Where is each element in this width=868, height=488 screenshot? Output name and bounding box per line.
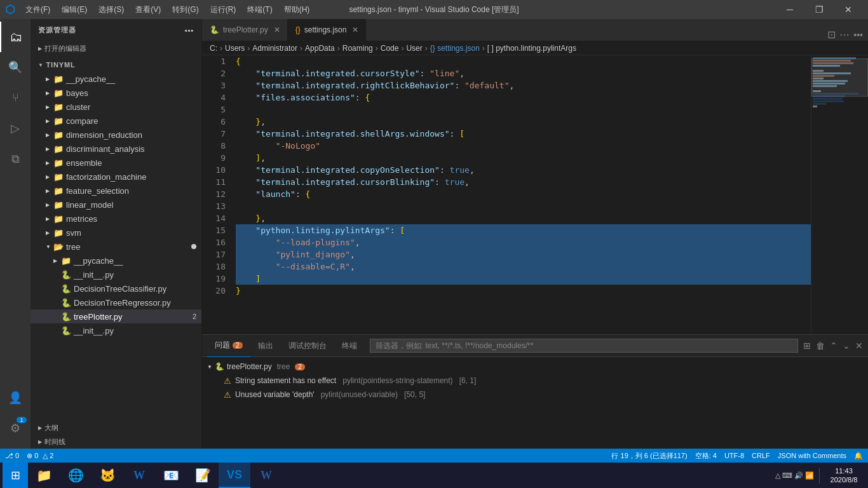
menu-help[interactable]: 帮助(H): [279, 3, 315, 17]
sidebar: 资源管理器 ••• 打开的编辑器 ▼ TINYML ▶ 📁 __pycache_…: [31, 19, 202, 449]
tab-close-button[interactable]: ✕: [350, 25, 360, 35]
taskbar-outlook[interactable]: 📧: [155, 463, 187, 488]
taskbar-browser[interactable]: 🌐: [60, 463, 92, 488]
tab-bar: 🐍 treePlotter.py ✕ {} settings.json ✕ ⊡ …: [202, 19, 868, 41]
window-title: settings.json - tinyml - Visual Studio C…: [349, 4, 519, 15]
problem-row-2[interactable]: ⚠ Unused variable 'depth' pylint(unused-…: [202, 388, 868, 402]
activity-extensions[interactable]: ⧉: [0, 144, 31, 174]
activity-account[interactable]: 👤: [0, 383, 31, 413]
collapse-icon[interactable]: ⌃: [830, 341, 837, 351]
close-button[interactable]: ✕: [834, 0, 863, 19]
folder-icon: 📁: [53, 102, 64, 112]
restore-button[interactable]: ❐: [804, 0, 834, 19]
language-mode-status[interactable]: JSON with Comments: [778, 452, 846, 459]
folder-factorization-machine[interactable]: ▶ 📁 factorization_machine: [31, 170, 201, 184]
menu-run[interactable]: 运行(R): [205, 3, 241, 17]
menu-view[interactable]: 查看(V): [130, 3, 166, 17]
indent-status[interactable]: 空格: 4: [695, 451, 717, 461]
more-icon[interactable]: •••: [185, 27, 194, 34]
menu-terminal[interactable]: 终端(T): [242, 3, 277, 17]
panel-filter[interactable]: 筛选器，例如: text, **/*.ts, !**/node_modules/…: [370, 339, 798, 353]
folder-tree[interactable]: ▼ 📂 tree: [31, 240, 201, 254]
taskbar-app5[interactable]: 📝: [187, 463, 219, 488]
file-init-2[interactable]: 🐍 __init__.py: [31, 323, 201, 337]
taskbar-word[interactable]: W: [250, 463, 282, 488]
code-line-7: "terminal.integrated.shellArgs.windows":…: [236, 128, 811, 140]
tab-tree-plotter[interactable]: 🐍 treePlotter.py ✕: [202, 19, 288, 41]
problem-lint-2: pylint(unused-variable): [321, 390, 398, 399]
code-line-19: ]: [236, 273, 811, 285]
split-editor-icon[interactable]: ⊡: [827, 29, 836, 41]
folder-ensemble[interactable]: ▶ 📁 ensemble: [31, 156, 201, 170]
taskbar-vscode[interactable]: VS: [219, 463, 250, 488]
code-content[interactable]: { "terminal.integrated.cursorStyle": "li…: [231, 55, 811, 334]
cursor-position[interactable]: 行 19，列 6 (已选择117): [611, 451, 687, 461]
folder-cluster[interactable]: ▶ 📁 cluster: [31, 100, 201, 114]
more-tabs-icon[interactable]: ⋯: [839, 29, 850, 41]
menu-file[interactable]: 文件(F): [20, 3, 55, 17]
problem-row-1[interactable]: ⚠ String statement has no effect pylint(…: [202, 374, 868, 388]
modified-dot: [191, 244, 196, 249]
panel-tab-terminal[interactable]: 终端: [334, 335, 365, 357]
sidebar-bottom: ▶ 大纲 ▶ 时间线: [31, 421, 201, 449]
expand-icon[interactable]: ⌄: [843, 341, 850, 351]
taskbar-app3[interactable]: 🐱: [92, 463, 123, 488]
panel-tab-output[interactable]: 输出: [250, 335, 281, 357]
files-icon: 🗂: [10, 30, 22, 44]
notifications-bell[interactable]: 🔔: [854, 452, 863, 460]
start-button[interactable]: ⊞: [3, 463, 28, 488]
folder-compare[interactable]: ▶ 📁 compare: [31, 114, 201, 128]
browser-icon: 🌐: [68, 468, 84, 483]
subfolder-pycache[interactable]: ▶ 📁 __pycache__: [31, 254, 201, 268]
folder-svm[interactable]: ▶ 📁 svm: [31, 226, 201, 240]
taskbar-wps[interactable]: W: [123, 463, 155, 488]
close-panel-icon[interactable]: ✕: [855, 341, 863, 351]
activity-run[interactable]: ▷: [0, 113, 31, 144]
activity-explorer[interactable]: 🗂: [0, 22, 31, 52]
folder-icon: 📁: [53, 200, 64, 210]
code-editor: 1 2 3 4 5 6 7 8 9 10 11 12 13 14 15 16 1…: [202, 55, 868, 334]
tab-more-icon[interactable]: •••: [853, 30, 863, 40]
file-init[interactable]: 🐍 __init__.py: [31, 268, 201, 281]
file-decision-tree-regressor[interactable]: 🐍 DecisionTreeRegressor.py: [31, 295, 201, 309]
clear-icon[interactable]: 🗑: [816, 341, 825, 351]
panel-group-tree-plotter[interactable]: ▼ 🐍 treePlotter.py tree 2: [202, 360, 868, 374]
folder-metrices[interactable]: ▶ 📁 metrices: [31, 212, 201, 226]
tab-close-button[interactable]: ✕: [272, 25, 282, 35]
panel-tab-problems[interactable]: 问题 2: [207, 335, 250, 357]
project-section-title[interactable]: ▼ TINYML: [31, 58, 201, 72]
menu-edit[interactable]: 编辑(E): [57, 3, 92, 17]
panel-tab-debug[interactable]: 调试控制台: [281, 335, 334, 357]
taskbar-clock[interactable]: 11:43 2020/8/8: [825, 466, 863, 485]
errors-warnings-status[interactable]: ⊗ 0 △ 2: [27, 452, 53, 460]
code-line-11: "terminal.integrated.cursorBlinking": tr…: [236, 176, 811, 188]
menu-select[interactable]: 选择(S): [93, 3, 129, 17]
tab-settings-json[interactable]: {} settings.json ✕: [288, 19, 367, 41]
git-status[interactable]: ⎇ 0: [5, 452, 19, 460]
cat-icon: 🐱: [100, 468, 116, 483]
activity-source-control[interactable]: ⑂: [0, 83, 31, 113]
file-tree: ▶ 📁 __pycache__ ▶ 📁 bayes ▶ 📁 cluster ▶ …: [31, 72, 201, 421]
taskbar-file-explorer[interactable]: 📁: [28, 463, 60, 488]
folder-discriminant-analysis[interactable]: ▶ 📁 discriminant_analysis: [31, 142, 201, 156]
problem-position-1: [6, 1]: [459, 376, 477, 385]
folder-dimension-reduction[interactable]: ▶ 📁 dimension_reduction: [31, 128, 201, 142]
minimize-button[interactable]: ─: [775, 0, 804, 19]
main-layout: 🗂 🔍 ⑂ ▷ ⧉ 👤 ⚙ 1 资源管理器 •••: [0, 19, 868, 449]
activity-settings[interactable]: ⚙ 1: [0, 413, 31, 444]
folder-feature-selection[interactable]: ▶ 📁 feature_selection: [31, 184, 201, 198]
file-tree-plotter[interactable]: 🐍 treePlotter.py 2: [31, 309, 201, 323]
problem-message-1: String statement has no effect: [235, 376, 336, 385]
line-ending-status[interactable]: CRLF: [752, 452, 770, 459]
outline-section[interactable]: ▶ 大纲: [31, 421, 201, 435]
filter-icon[interactable]: ⊞: [803, 341, 811, 351]
activity-search[interactable]: 🔍: [0, 52, 31, 83]
folder-pycache[interactable]: ▶ 📁 __pycache__: [31, 72, 201, 86]
open-editors-title[interactable]: 打开的编辑器: [31, 41, 201, 55]
menu-goto[interactable]: 转到(G): [167, 3, 203, 17]
folder-linear-model[interactable]: ▶ 📁 linear_model: [31, 198, 201, 212]
folder-bayes[interactable]: ▶ 📁 bayes: [31, 86, 201, 100]
timeline-section[interactable]: ▶ 时间线: [31, 435, 201, 449]
file-decision-tree-classifier[interactable]: 🐍 DecisionTreeClassifier.py: [31, 281, 201, 295]
encoding-status[interactable]: UTF-8: [724, 452, 744, 459]
